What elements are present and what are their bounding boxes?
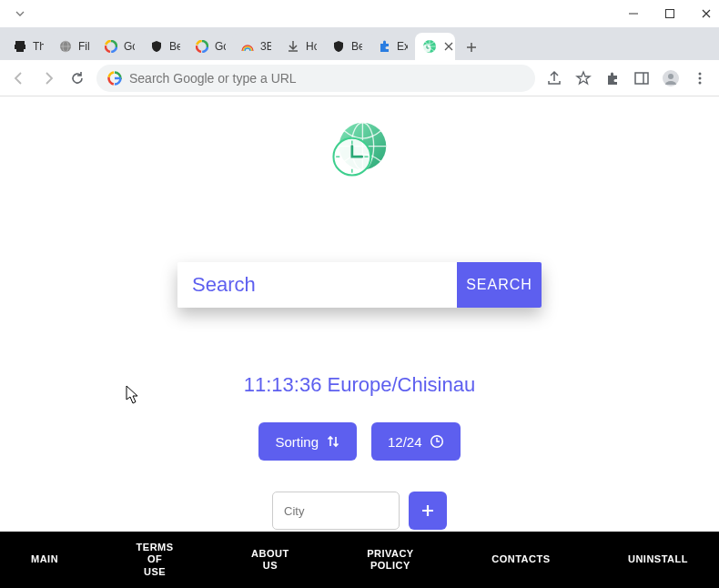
- tab-the[interactable]: The: [5, 33, 51, 60]
- tab-label: Bet: [351, 40, 362, 53]
- chevron-down-icon[interactable]: [15, 8, 25, 19]
- omnibox-input[interactable]: [129, 71, 524, 86]
- city-input[interactable]: [272, 492, 400, 530]
- clock-display: 11:13:36 Europe/Chisinau: [0, 373, 719, 397]
- svg-point-26: [668, 74, 673, 79]
- tab-label: Go: [124, 40, 135, 53]
- search-button[interactable]: SEARCH: [457, 262, 542, 308]
- shield-icon: [331, 39, 346, 54]
- bookmark-star-icon[interactable]: [573, 68, 593, 88]
- tab-ho[interactable]: Ho: [278, 33, 324, 60]
- svg-rect-4: [16, 48, 24, 52]
- page-logo: [0, 96, 719, 180]
- clock-icon: [430, 434, 444, 449]
- svg-point-28: [699, 76, 702, 79]
- search-input[interactable]: [177, 262, 457, 308]
- time-format-button[interactable]: 12/24: [371, 422, 461, 461]
- clock-time: 11:13:36: [244, 373, 322, 396]
- download-icon: [286, 39, 300, 54]
- tab-label: Go: [215, 40, 226, 53]
- minimize-icon[interactable]: [628, 8, 639, 19]
- tab-label: Ext: [397, 40, 408, 53]
- svg-rect-23: [635, 73, 648, 84]
- search-box: SEARCH: [177, 262, 542, 308]
- share-icon[interactable]: [544, 68, 564, 88]
- page-content: SEARCH 11:13:36 Europe/Chisinau Sorting …: [0, 96, 719, 588]
- google-icon: [104, 39, 118, 54]
- globe-gray-icon: [58, 39, 73, 54]
- add-city-button[interactable]: [409, 492, 447, 530]
- rainbow-icon: [240, 39, 255, 54]
- puzzle-icon: [377, 39, 391, 54]
- format-label: 12/24: [388, 434, 422, 450]
- tab-file[interactable]: File: [51, 33, 96, 60]
- tab-3b[interactable]: 3B: [233, 33, 278, 60]
- svg-point-29: [699, 81, 702, 84]
- page-footer: MAIN TERMS OF USE ABOUT US PRIVACY POLIC…: [0, 532, 719, 588]
- new-tab-button[interactable]: [459, 35, 484, 60]
- footer-privacy[interactable]: PRIVACY POLICY: [367, 548, 414, 572]
- google-icon: [195, 39, 209, 54]
- menu-dots-icon[interactable]: [690, 68, 710, 88]
- forward-icon[interactable]: [38, 68, 58, 88]
- tab-label: File: [78, 40, 89, 53]
- sorting-button[interactable]: Sorting: [258, 422, 357, 461]
- sorting-label: Sorting: [275, 434, 319, 450]
- tab-bet-1[interactable]: Bet: [142, 33, 187, 60]
- tab-label: The: [33, 40, 44, 53]
- profile-icon[interactable]: [661, 68, 681, 88]
- clock-timezone: Europe/Chisinau: [328, 373, 476, 396]
- svg-rect-2: [15, 41, 25, 45]
- window-titlebar: [0, 0, 719, 27]
- footer-main[interactable]: MAIN: [31, 553, 58, 565]
- plus-icon: [420, 502, 436, 519]
- clock-globe-logo-icon: [329, 118, 390, 180]
- back-icon[interactable]: [9, 68, 29, 88]
- tab-bet-2[interactable]: Bet: [324, 33, 370, 60]
- tab-label: Ho: [306, 40, 317, 53]
- footer-terms[interactable]: TERMS OF USE: [137, 542, 174, 578]
- footer-uninstall[interactable]: UNINSTALL: [628, 553, 688, 565]
- omnibox[interactable]: [96, 65, 535, 92]
- browser-toolbar: [0, 60, 719, 96]
- printer-icon: [13, 39, 27, 54]
- svg-rect-1: [666, 10, 674, 18]
- reload-icon[interactable]: [67, 68, 87, 88]
- close-tab-icon[interactable]: [444, 42, 453, 51]
- maximize-icon[interactable]: [664, 8, 675, 19]
- clock-globe-icon: [422, 39, 437, 54]
- sort-arrows-icon: [326, 434, 340, 449]
- tab-go-1[interactable]: Go: [96, 33, 142, 60]
- extensions-icon[interactable]: [603, 68, 623, 88]
- shield-icon: [149, 39, 164, 54]
- svg-point-27: [699, 72, 702, 75]
- tab-go-2[interactable]: Go: [187, 33, 233, 60]
- tab-ext[interactable]: Ext: [370, 33, 415, 60]
- footer-contacts[interactable]: CONTACTS: [491, 553, 550, 565]
- close-window-icon[interactable]: [701, 8, 712, 19]
- tab-active[interactable]: [415, 33, 455, 60]
- footer-about[interactable]: ABOUT US: [251, 548, 289, 572]
- google-g-icon: [107, 71, 122, 86]
- sidepanel-icon[interactable]: [632, 68, 652, 88]
- tab-label: 3B: [260, 40, 271, 53]
- tab-label: Bet: [169, 40, 180, 53]
- tab-strip: The File Go Bet Go 3B Ho Bet Ext: [0, 27, 719, 60]
